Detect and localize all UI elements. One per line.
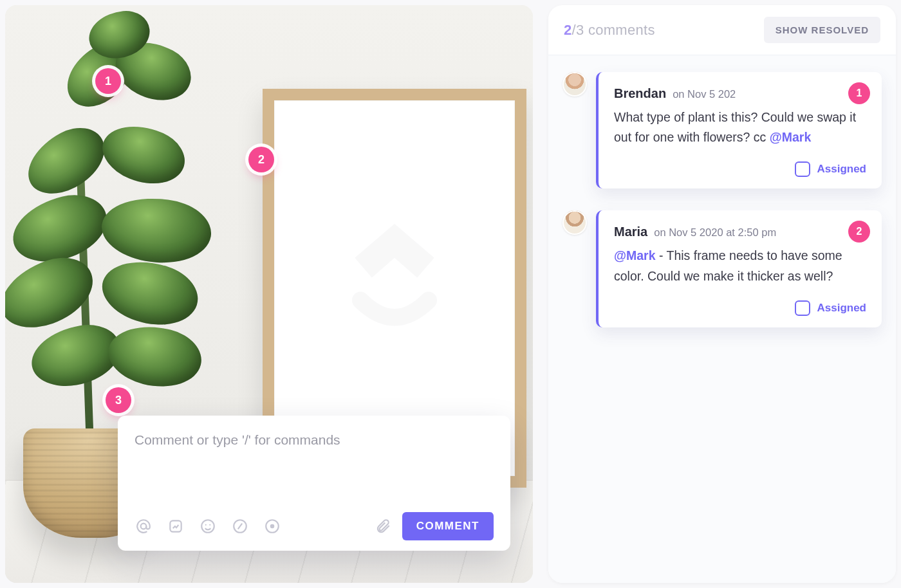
watermark-logo-icon (324, 210, 465, 351)
annotation-pin-3[interactable]: 3 (106, 387, 131, 413)
avatar (562, 72, 587, 96)
assigned-label: Assigned (817, 302, 866, 315)
svg-point-3 (205, 524, 207, 526)
comment-input[interactable] (135, 432, 494, 503)
comments-panel: 2/3 comments SHOW RESOLVED 1 Brendan on … (548, 5, 896, 583)
comments-header: 2/3 comments SHOW RESOLVED (548, 5, 896, 55)
proof-canvas[interactable]: 1 2 3 (5, 5, 533, 583)
mention[interactable]: @Mark (614, 248, 656, 262)
composer-toolbar: COMMENT (135, 512, 494, 540)
comment-thread: 1 Brendan on Nov 5 202 What type of plan… (562, 72, 882, 188)
assigned-checkbox[interactable] (795, 161, 810, 177)
show-resolved-button[interactable]: SHOW RESOLVED (764, 17, 880, 43)
mention[interactable]: @Mark (770, 130, 812, 144)
comment-author: Brendan (614, 86, 666, 101)
record-icon[interactable] (263, 517, 281, 535)
annotation-pin-2[interactable]: 2 (248, 147, 274, 172)
total-count: /3 comments (572, 22, 655, 38)
avatar (562, 210, 587, 235)
comment-timestamp: on Nov 5 202 (673, 88, 736, 100)
assigned-label: Assigned (817, 163, 866, 176)
annotation-pin-1[interactable]: 1 (95, 68, 121, 94)
comment-body: @Mark - This frame needs to have some co… (614, 246, 866, 286)
submit-comment-button[interactable]: COMMENT (402, 512, 494, 540)
slash-command-icon[interactable] (231, 517, 249, 535)
svg-point-2 (201, 520, 214, 533)
comment-pin-badge: 2 (848, 221, 870, 243)
comment-composer: COMMENT (118, 416, 510, 551)
emoji-icon[interactable] (199, 517, 217, 535)
mention-icon[interactable] (135, 517, 153, 535)
comment-timestamp: on Nov 5 2020 at 2:50 pm (654, 226, 776, 239)
attachment-icon[interactable] (374, 517, 392, 535)
comment-author: Maria (614, 225, 647, 239)
svg-point-0 (141, 524, 147, 529)
active-count: 2 (564, 22, 572, 38)
thread-list: 1 Brendan on Nov 5 202 What type of plan… (548, 55, 896, 583)
assigned-checkbox[interactable] (795, 300, 810, 316)
comment-count: 2/3 comments (564, 22, 655, 39)
task-icon[interactable] (167, 517, 185, 535)
comment-pin-badge: 1 (848, 82, 870, 104)
comment-body: What type of plant is this? Could we swa… (614, 107, 866, 147)
comment-card[interactable]: 1 Brendan on Nov 5 202 What type of plan… (596, 72, 882, 188)
comment-thread: 2 Maria on Nov 5 2020 at 2:50 pm @Mark -… (562, 210, 882, 327)
comment-card[interactable]: 2 Maria on Nov 5 2020 at 2:50 pm @Mark -… (596, 210, 882, 327)
svg-point-4 (209, 524, 210, 526)
comment-text: What type of plant is this? Could we swa… (614, 110, 856, 144)
svg-point-7 (270, 524, 275, 529)
